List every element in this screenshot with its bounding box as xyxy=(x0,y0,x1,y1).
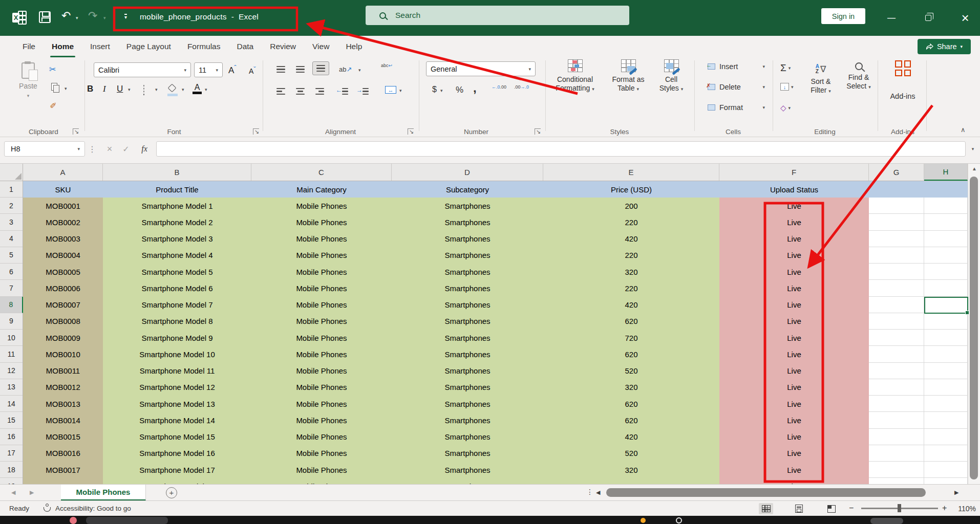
table-row-15-cell-G[interactable] xyxy=(869,412,924,428)
grow-font-button[interactable]: Aˆ xyxy=(228,64,237,76)
header-row-cell-F[interactable]: Upload Status xyxy=(719,181,869,198)
underline-button[interactable]: U xyxy=(117,84,123,94)
taskbar-orange-dot-icon[interactable] xyxy=(641,518,646,523)
tab-review[interactable]: Review xyxy=(262,36,304,57)
table-row-10-cell-G[interactable] xyxy=(869,330,924,346)
table-row-11-cell-B[interactable]: Smartphone Model 10 xyxy=(103,346,251,362)
row-header-9[interactable]: 9 xyxy=(0,313,23,330)
redo-icon[interactable]: ↷ xyxy=(88,10,97,21)
format-cells-button[interactable]: Format ▾ xyxy=(708,103,765,112)
cancel-formula-icon[interactable]: × xyxy=(102,141,117,157)
number-format-select[interactable]: General▾ xyxy=(426,61,536,76)
table-row-9-cell-A[interactable]: MOB0008 xyxy=(23,313,103,330)
table-row-3-cell-G[interactable] xyxy=(869,214,924,230)
table-row-5-cell-C[interactable]: Mobile Phones xyxy=(251,247,392,264)
tab-view[interactable]: View xyxy=(304,36,337,57)
hscroll-left-icon[interactable]: ◀ xyxy=(596,489,600,496)
font-color-button[interactable]: A xyxy=(193,83,202,94)
table-row-4-cell-D[interactable]: Smartphones xyxy=(392,231,543,247)
table-row-14-cell-H[interactable] xyxy=(924,396,968,412)
fill-color-chevron-icon[interactable]: ▾ xyxy=(182,87,184,92)
header-row-cell-C[interactable]: Main Category xyxy=(251,181,392,198)
table-row-16-cell-E[interactable]: 420 xyxy=(543,429,719,445)
wrap-text-icon[interactable]: abc↩ xyxy=(381,63,392,69)
table-row-8-cell-G[interactable] xyxy=(869,297,924,313)
table-row-11-cell-F[interactable]: Live xyxy=(719,346,869,362)
page-break-view-button[interactable] xyxy=(824,503,839,514)
align-center-icon[interactable] xyxy=(296,88,305,95)
clipboard-launcher-icon[interactable]: ↘ xyxy=(73,128,79,135)
undo-icon[interactable]: ↶ xyxy=(61,10,71,21)
minimize-button[interactable]: — xyxy=(882,9,901,27)
table-row-7-cell-H[interactable] xyxy=(924,280,968,296)
table-row-4-cell-B[interactable]: Smartphone Model 3 xyxy=(103,231,251,247)
table-row-16-cell-G[interactable] xyxy=(869,429,924,445)
table-row-2-cell-H[interactable] xyxy=(924,198,968,214)
table-row-10-cell-E[interactable]: 720 xyxy=(543,330,719,346)
table-row-19-partial-cell-B[interactable]: Smartphone Model 18 xyxy=(103,478,251,484)
table-row-8-cell-E[interactable]: 420 xyxy=(543,297,719,313)
percent-button[interactable]: % xyxy=(456,85,463,95)
align-bottom-selected[interactable] xyxy=(312,61,329,75)
table-row-7-cell-E[interactable]: 220 xyxy=(543,280,719,296)
merge-chevron-icon[interactable]: ▾ xyxy=(399,88,402,93)
table-row-12-cell-A[interactable]: MOB0011 xyxy=(23,363,103,379)
table-row-12-cell-B[interactable]: Smartphone Model 11 xyxy=(103,363,251,379)
font-size-select[interactable]: 11▾ xyxy=(194,62,223,77)
fill-button[interactable]: ↓ ▾ xyxy=(780,83,794,91)
table-row-7-cell-C[interactable]: Mobile Phones xyxy=(251,280,392,296)
align-top-icon[interactable] xyxy=(276,66,285,73)
table-row-13-cell-B[interactable]: Smartphone Model 12 xyxy=(103,379,251,396)
table-row-3-cell-B[interactable]: Smartphone Model 2 xyxy=(103,214,251,230)
hscroll-right-icon[interactable]: ▶ xyxy=(954,489,958,496)
search-input[interactable]: Search xyxy=(366,6,629,25)
row-header-12[interactable]: 12 xyxy=(0,363,23,379)
table-row-5-cell-D[interactable]: Smartphones xyxy=(392,247,543,264)
table-row-19-partial-cell-H[interactable] xyxy=(924,478,968,484)
table-row-6-cell-A[interactable]: MOB0005 xyxy=(23,264,103,280)
table-row-15-cell-D[interactable]: Smartphones xyxy=(392,412,543,428)
table-row-9-cell-H[interactable] xyxy=(924,313,968,330)
cut-icon[interactable]: ✂ xyxy=(49,64,56,74)
table-row-2-cell-G[interactable] xyxy=(869,198,924,214)
table-row-8-cell-F[interactable]: Live xyxy=(719,297,869,313)
column-header-E[interactable]: E xyxy=(543,164,719,181)
table-row-18-cell-H[interactable] xyxy=(924,462,968,478)
table-row-17-cell-D[interactable]: Smartphones xyxy=(392,445,543,462)
scroll-up-icon[interactable]: ▲ xyxy=(968,166,980,171)
row-header-1[interactable]: 1 xyxy=(0,181,23,198)
row-header-18[interactable]: 18 xyxy=(0,462,23,478)
format-as-table-button[interactable]: Format as Table ▾ xyxy=(603,59,653,94)
table-row-14-cell-G[interactable] xyxy=(869,396,924,412)
find-select-button[interactable]: Find & Select ▾ xyxy=(841,62,877,92)
table-row-2-cell-B[interactable]: Smartphone Model 1 xyxy=(103,198,251,214)
clear-button[interactable]: ◇ ▾ xyxy=(780,103,791,113)
column-header-B[interactable]: B xyxy=(103,164,251,181)
autosum-button[interactable]: Σ ▾ xyxy=(780,62,791,74)
row-header-13[interactable]: 13 xyxy=(0,379,23,396)
table-row-18-cell-A[interactable]: MOB0017 xyxy=(23,462,103,478)
taskbar-pink-app-icon[interactable] xyxy=(70,517,77,524)
orientation-icon[interactable]: ab↗ xyxy=(339,66,352,73)
insert-cells-button[interactable]: ← Insert ▾ xyxy=(708,62,765,71)
table-row-10-cell-B[interactable]: Smartphone Model 9 xyxy=(103,330,251,346)
delete-cells-button[interactable]: ✗ Delete ▾ xyxy=(708,83,765,91)
table-row-10-cell-A[interactable]: MOB0009 xyxy=(23,330,103,346)
table-row-18-cell-B[interactable]: Smartphone Model 17 xyxy=(103,462,251,478)
table-row-10-cell-D[interactable]: Smartphones xyxy=(392,330,543,346)
table-row-11-cell-C[interactable]: Mobile Phones xyxy=(251,346,392,362)
table-row-6-cell-H[interactable] xyxy=(924,264,968,280)
table-row-10-cell-F[interactable]: Live xyxy=(719,330,869,346)
quick-access-overflow-icon[interactable]: ▾ xyxy=(124,14,127,19)
table-row-4-cell-A[interactable]: MOB0003 xyxy=(23,231,103,247)
table-row-2-cell-A[interactable]: MOB0001 xyxy=(23,198,103,214)
header-row-cell-G[interactable] xyxy=(869,181,924,198)
underline-chevron-icon[interactable]: ▾ xyxy=(128,87,131,92)
comma-button[interactable]: , xyxy=(473,81,477,95)
save-icon[interactable] xyxy=(39,11,51,23)
header-row-cell-E[interactable]: Price (USD) xyxy=(543,181,719,198)
header-row-cell-H[interactable] xyxy=(924,181,968,198)
table-row-18-cell-D[interactable]: Smartphones xyxy=(392,462,543,478)
table-row-4-cell-F[interactable]: Live xyxy=(719,231,869,247)
font-name-select[interactable]: Calibri▾ xyxy=(94,62,191,77)
